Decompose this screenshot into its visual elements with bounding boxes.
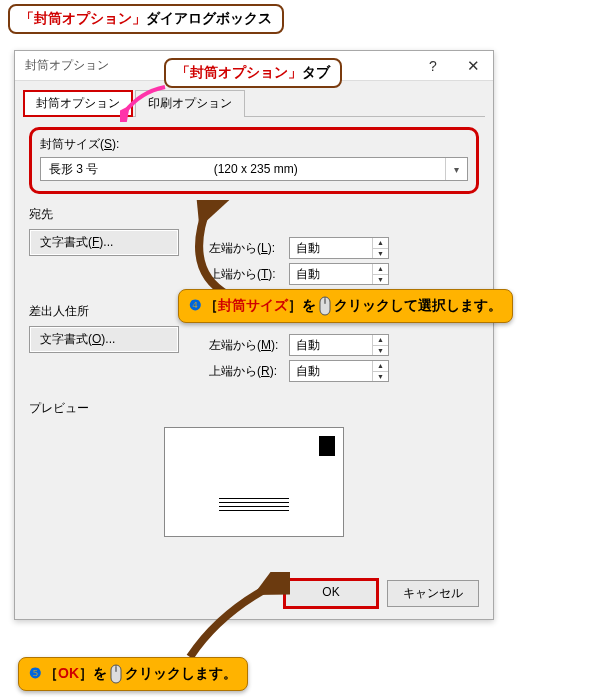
recipient-font-button[interactable]: 文字書式(F)... — [29, 229, 179, 256]
step-number: ❺ — [29, 665, 42, 681]
arrow-brown-icon — [180, 572, 290, 662]
spinner-buttons: ▲ ▼ — [372, 264, 388, 284]
annotation-step5: ❺［OK］をクリックします。 — [18, 657, 248, 691]
envelope-size-dropdown[interactable]: 長形 3 号 (120 x 235 mm) ▾ — [40, 157, 468, 181]
sender-top-spinner[interactable]: 自動 ▲ ▼ — [289, 360, 389, 382]
btn-text: )... — [101, 332, 115, 346]
label-accesskey: R — [261, 364, 270, 378]
spinner-down-icon[interactable]: ▼ — [373, 372, 388, 382]
annotation-text-suffix: タブ — [302, 64, 330, 80]
annotation-step4: ❹［封筒サイズ］をクリックして選択します。 — [178, 289, 513, 323]
btn-text: 文字書式( — [40, 332, 92, 346]
callout-text-red: 封筒サイズ — [218, 297, 288, 313]
spinner-buttons: ▲ ▼ — [372, 238, 388, 258]
cancel-button[interactable]: キャンセル — [387, 580, 479, 607]
chevron-down-icon: ▾ — [445, 158, 467, 180]
label-text: ): — [271, 338, 278, 352]
label-accesskey: S — [104, 137, 112, 151]
annotation-text-suffix: ダイアログボックス — [146, 10, 272, 26]
sender-block: 文字書式(O)... 左端から(M): 自動 ▲ ▼ — [29, 326, 479, 386]
dialog-title: 封筒オプション — [15, 57, 119, 74]
spinner-buttons: ▲ ▼ — [372, 361, 388, 381]
btn-accesskey: O — [92, 332, 101, 346]
spinner-value: 自動 — [290, 335, 372, 355]
btn-text: )... — [99, 235, 113, 249]
help-button[interactable]: ? — [413, 52, 453, 80]
preview-section: プレビュー — [29, 400, 479, 537]
spinner-up-icon[interactable]: ▲ — [373, 361, 388, 372]
tab-panel: 封筒サイズ(S): 長形 3 号 (120 x 235 mm) ▾ 宛先 文字書… — [15, 117, 493, 547]
spinner-down-icon[interactable]: ▼ — [373, 346, 388, 356]
dropdown-value-name: 長形 3 号 — [41, 161, 106, 178]
address-lines-icon — [219, 495, 289, 514]
preview-heading: プレビュー — [29, 400, 479, 417]
envelope-options-dialog: 封筒オプション ? ✕ 封筒オプション 印刷オプション 封筒サイズ(S): 長形… — [14, 50, 494, 620]
svg-rect-5 — [115, 667, 117, 671]
callout-text: ］を — [79, 665, 107, 681]
callout-text: して選択します。 — [390, 297, 502, 313]
arrow-pink-icon — [120, 82, 170, 122]
label-text: ): — [270, 364, 277, 378]
envelope-size-highlight: 封筒サイズ(S): 長形 3 号 (120 x 235 mm) ▾ — [29, 127, 479, 194]
mouse-icon — [109, 664, 123, 684]
btn-text: 文字書式( — [40, 235, 92, 249]
callout-text: ］を — [288, 297, 316, 313]
ok-button[interactable]: OK — [285, 580, 377, 607]
spinner-up-icon[interactable]: ▲ — [373, 264, 388, 275]
sender-top-label: 上端から(R): — [209, 363, 289, 380]
label-text: 上端から( — [209, 364, 261, 378]
sender-left-spinner[interactable]: 自動 ▲ ▼ — [289, 334, 389, 356]
annotation-dialog-title: 「封筒オプション」ダイアログボックス — [8, 4, 284, 34]
spinner-value: 自動 — [290, 361, 372, 381]
stamp-icon — [319, 436, 335, 456]
tab-envelope-options[interactable]: 封筒オプション — [23, 90, 133, 117]
label-accesskey: M — [261, 338, 271, 352]
spinner-down-icon[interactable]: ▼ — [373, 275, 388, 285]
spinner-value: 自動 — [290, 238, 372, 258]
callout-text: します。 — [181, 665, 237, 681]
label-text: ): — [268, 267, 275, 281]
spinner-up-icon[interactable]: ▲ — [373, 238, 388, 249]
dialog-buttons: OK キャンセル — [285, 580, 479, 607]
spinner-up-icon[interactable]: ▲ — [373, 335, 388, 346]
spinner-buttons: ▲ ▼ — [372, 335, 388, 355]
label-text: 封筒サイズ( — [40, 137, 104, 151]
callout-text: ［ — [204, 297, 218, 313]
recipient-left-spinner[interactable]: 自動 ▲ ▼ — [289, 237, 389, 259]
spinner-value: 自動 — [290, 264, 372, 284]
callout-text: クリック — [334, 297, 390, 313]
callout-text: ［ — [44, 665, 58, 681]
svg-rect-2 — [324, 299, 326, 303]
step-number: ❹ — [189, 297, 202, 313]
spinner-down-icon[interactable]: ▼ — [373, 249, 388, 259]
callout-text: クリック — [125, 665, 181, 681]
label-text: ): — [268, 241, 275, 255]
envelope-preview — [164, 427, 344, 537]
dropdown-value-dimensions: (120 x 235 mm) — [106, 162, 445, 176]
label-text: ): — [112, 137, 119, 151]
label-text: 左端から( — [209, 338, 261, 352]
envelope-size-label: 封筒サイズ(S): — [40, 136, 468, 153]
sender-font-button[interactable]: 文字書式(O)... — [29, 326, 179, 353]
callout-text-red: OK — [58, 665, 79, 681]
annotation-text-quoted: 「封筒オプション」 — [176, 64, 302, 80]
arrow-brown-icon — [178, 200, 268, 300]
mouse-icon — [318, 296, 332, 316]
sender-left-label: 左端から(M): — [209, 337, 289, 354]
annotation-tab-callout: 「封筒オプション」タブ — [164, 58, 342, 88]
annotation-text-quoted: 「封筒オプション」 — [20, 10, 146, 26]
recipient-top-spinner[interactable]: 自動 ▲ ▼ — [289, 263, 389, 285]
close-button[interactable]: ✕ — [453, 52, 493, 80]
